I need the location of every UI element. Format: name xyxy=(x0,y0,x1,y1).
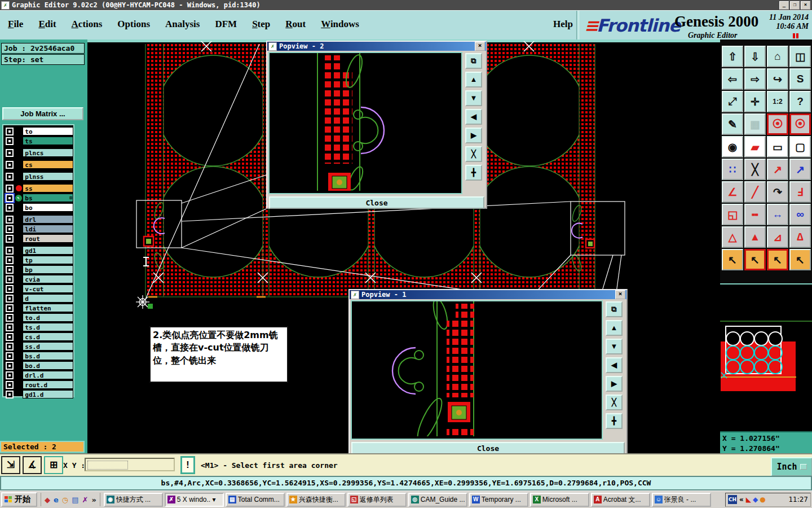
popview-pan-zoom-button-1[interactable]: ⧉ xyxy=(465,53,482,69)
layer-row-ldi[interactable]: ldi xyxy=(3,224,73,234)
layer-row-d[interactable]: d xyxy=(3,294,73,303)
layer-row-ts[interactable]: ts xyxy=(3,136,73,146)
layer-name[interactable]: cs.d xyxy=(23,332,73,341)
toolbar-button-21[interactable]: ∷ xyxy=(722,159,743,180)
toolbar-button-19[interactable]: ▭ xyxy=(767,136,788,157)
toolbar-button-24[interactable]: ↗ xyxy=(789,159,811,180)
popview-1-close-button[interactable]: Close xyxy=(351,442,625,454)
popview-pan-zoom-button-4[interactable]: ◀ xyxy=(606,357,623,373)
layer-name[interactable]: ts xyxy=(23,137,73,145)
toolbar-button-37[interactable]: ↖ xyxy=(722,249,743,270)
layer-checkbox[interactable] xyxy=(6,285,14,293)
menu-step[interactable]: Step xyxy=(252,19,270,30)
layer-checkbox[interactable] xyxy=(6,173,14,181)
layer-row-flatten[interactable]: flatten xyxy=(3,303,73,313)
tray-collapse-icon[interactable]: « xyxy=(739,496,744,503)
toolbar-button-2[interactable]: ⇩ xyxy=(744,46,766,67)
layer-row-plncs[interactable]: plncs xyxy=(3,148,73,157)
layer-row-ss.d[interactable]: ss.d xyxy=(3,341,73,351)
task-button-2[interactable]: ✗5 X windo.. ▾ xyxy=(165,493,224,507)
ime-indicator[interactable]: CH xyxy=(728,495,737,504)
close-icon[interactable]: × xyxy=(475,42,485,51)
layer-name[interactable]: tp xyxy=(23,256,73,264)
toolbar-button-13[interactable]: ✎ xyxy=(722,113,743,135)
toolbar-button-29[interactable]: ◱ xyxy=(722,204,743,225)
toolbar-button-25[interactable]: ∠ xyxy=(722,181,743,203)
layer-checkbox[interactable] xyxy=(6,204,14,212)
layer-name[interactable]: gd1.d xyxy=(23,390,73,398)
menu-windows[interactable]: Windows xyxy=(321,19,359,30)
layer-row-plnss[interactable]: plnss xyxy=(3,172,73,181)
layer-name[interactable]: bp xyxy=(23,265,73,274)
layer-row-drl.d[interactable]: drl.d xyxy=(3,370,73,380)
layer-row-ss[interactable]: ss xyxy=(3,183,73,193)
popview-2-canvas[interactable] xyxy=(268,52,462,194)
layer-name[interactable]: plncs xyxy=(23,148,73,157)
xy-input[interactable] xyxy=(85,458,175,471)
layer-name[interactable]: d xyxy=(23,294,73,303)
layer-name[interactable]: drl xyxy=(23,215,73,224)
layer-row-v-cut[interactable]: v-cut xyxy=(3,284,73,294)
toolbar-button-5[interactable]: ⇦ xyxy=(722,68,743,90)
quick-launch-icon-4[interactable]: ▤ xyxy=(72,496,78,504)
task-button-1[interactable]: ◉快捷方式 ... xyxy=(104,493,163,507)
menu-analysis[interactable]: Analysis xyxy=(165,19,200,30)
popview-1-canvas[interactable] xyxy=(351,300,603,440)
angle-tool-icon[interactable]: ∡ xyxy=(23,456,42,474)
grid-tool-icon[interactable]: ⊞ xyxy=(44,456,63,474)
layer-checkbox[interactable] xyxy=(6,128,14,135)
task-button-4[interactable]: ★兴森快捷衡... xyxy=(286,493,346,507)
quick-launch-icon-5[interactable]: ✗ xyxy=(82,496,88,504)
layer-row-gd1.d[interactable]: gd1.d xyxy=(3,389,73,399)
toolbar-button-7[interactable]: ↪ xyxy=(767,68,788,90)
popview-pan-zoom-button-1[interactable]: ⧉ xyxy=(606,301,623,317)
layer-name[interactable]: bo.d xyxy=(23,361,73,370)
layer-row-gd1[interactable]: gd1 xyxy=(3,246,73,255)
toolbar-button-36[interactable]: ∆ xyxy=(789,226,811,248)
layer-name[interactable]: to xyxy=(23,127,73,135)
toolbar-button-15[interactable]: ⦿ xyxy=(767,113,788,135)
toolbar-button-27[interactable]: ↷ xyxy=(767,181,788,203)
toolbar-button-11[interactable]: 1:2 xyxy=(767,91,788,112)
layer-row-rout.d[interactable]: rout.d xyxy=(3,380,73,389)
restore-button[interactable]: ❐ xyxy=(790,1,800,10)
toolbar-button-14[interactable]: ▦ xyxy=(744,113,766,135)
layer-name[interactable]: ss xyxy=(23,184,73,192)
tray-icon-1[interactable]: ◣ xyxy=(746,496,751,503)
layer-row-drl[interactable]: drl xyxy=(3,214,73,224)
toolbar-button-26[interactable]: ╱ xyxy=(744,181,766,203)
toolbar-button-3[interactable]: ⌂ xyxy=(767,46,788,67)
layer-name[interactable]: bo xyxy=(23,203,73,212)
popview-2-close-button[interactable]: Close xyxy=(269,196,484,209)
layer-checkbox[interactable] xyxy=(6,391,14,398)
layer-name[interactable]: ldi xyxy=(23,225,73,233)
layer-checkbox[interactable] xyxy=(6,216,14,224)
popview-1-titlebar[interactable]: ✗ Popview - 1 × xyxy=(350,290,626,299)
layer-row-cs.d[interactable]: cs.d xyxy=(3,332,73,341)
layer-name[interactable]: ts.d xyxy=(23,323,73,331)
layer-row-bs.d[interactable]: bs.d xyxy=(3,351,73,361)
layer-name[interactable]: flatten xyxy=(23,304,73,312)
toolbar-button-20[interactable]: ▢ xyxy=(789,136,811,157)
layer-name[interactable]: plnss xyxy=(23,172,73,181)
layer-row-bs[interactable]: ↖bs⊞ xyxy=(3,193,73,203)
menu-options[interactable]: Options xyxy=(117,19,150,30)
toolbar-button-18[interactable]: ▰ xyxy=(744,136,766,157)
task-button-9[interactable]: AAcrobat 文... xyxy=(591,493,650,507)
layer-row-bo.d[interactable]: bo.d xyxy=(3,361,73,370)
task-button-7[interactable]: WTemporary ... xyxy=(469,493,528,507)
layer-row-ts.d[interactable]: ts.d xyxy=(3,322,73,332)
toolbar-button-10[interactable]: ✛ xyxy=(744,91,766,112)
layer-checkbox[interactable] xyxy=(6,256,14,264)
menu-actions[interactable]: Actions xyxy=(72,19,103,30)
layer-name[interactable]: bs.d xyxy=(23,352,73,360)
layer-checkbox[interactable] xyxy=(6,304,14,312)
layer-checkbox[interactable] xyxy=(6,371,14,379)
popview-pan-zoom-button-5[interactable]: ▶ xyxy=(606,376,623,392)
toolbar-button-31[interactable]: ↔ xyxy=(767,204,788,225)
measure-tool-icon[interactable]: ⇲ xyxy=(1,456,20,474)
layer-checkbox[interactable] xyxy=(6,323,14,331)
toolbar-button-22[interactable]: ╳ xyxy=(744,159,766,180)
menu-file[interactable]: File xyxy=(8,19,23,30)
layer-name[interactable]: cs xyxy=(23,160,73,169)
